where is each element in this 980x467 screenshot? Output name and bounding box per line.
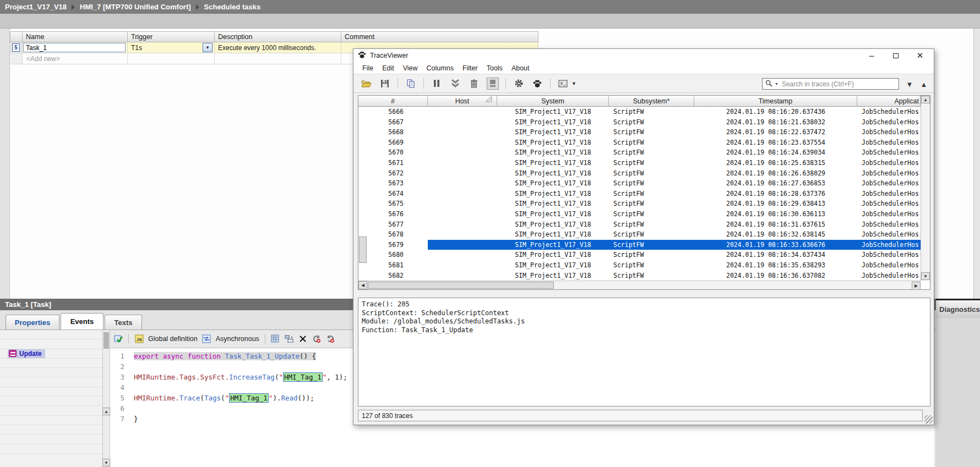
- trace-row[interactable]: 5666SIM_Project1_V17_V18ScriptFW2024.01.…: [358, 107, 921, 117]
- diagnostics-header[interactable]: Diagnostics: [936, 300, 980, 318]
- scroll-right-button[interactable]: ▶: [912, 282, 921, 290]
- autoscroll-toggle-button[interactable]: [487, 78, 499, 90]
- event-list-row[interactable]: [0, 339, 102, 349]
- asynchronous-button[interactable]: Asynchronous: [216, 335, 259, 343]
- trace-row[interactable]: 5681SIM_Project1_V17_V18ScriptFW2024.01.…: [358, 260, 921, 271]
- event-list-row[interactable]: [0, 330, 102, 339]
- task-description-cell[interactable]: Execute every 1000 milliseconds.: [215, 42, 341, 53]
- menu-tools[interactable]: Tools: [482, 63, 507, 73]
- trace-vertical-scrollbar[interactable]: ▲ ▼: [921, 96, 930, 281]
- event-list-row[interactable]: [0, 368, 102, 377]
- breadcrumb-item[interactable]: Scheduled tasks: [204, 3, 261, 11]
- trace-row[interactable]: 5677SIM_Project1_V17_V18ScriptFW2024.01.…: [358, 219, 921, 230]
- resize-grip[interactable]: [924, 415, 933, 424]
- tasks-editor-scrollbar[interactable]: [973, 29, 980, 299]
- trace-row[interactable]: 5679SIM_Project1_V17_V18ScriptFW2024.01.…: [358, 240, 921, 250]
- event-list-row[interactable]: [0, 387, 102, 397]
- trace-detail-pane[interactable]: Trace(): 205ScriptContext: SchedulerScri…: [358, 298, 930, 406]
- event-list-row[interactable]: [0, 416, 102, 425]
- screenshot-dropdown[interactable]: ▼: [571, 81, 576, 86]
- trace-row[interactable]: 5682SIM_Project1_V17_V18ScriptFW2024.01.…: [358, 271, 921, 281]
- trace-row[interactable]: 5672SIM_Project1_V17_V18ScriptFW2024.01.…: [358, 168, 921, 179]
- event-list-row[interactable]: [0, 397, 102, 406]
- breadcrumb-item[interactable]: HMI_7 [MTP700 Unified Comfort]: [80, 3, 191, 11]
- event-item-update[interactable]: Update: [8, 349, 45, 358]
- trace-row[interactable]: 5680SIM_Project1_V17_V18ScriptFW2024.01.…: [358, 250, 921, 260]
- add-new-row[interactable]: <Add new>: [23, 53, 128, 64]
- vertical-scrollbar-thumb[interactable]: [359, 237, 367, 263]
- menu-edit[interactable]: Edit: [378, 63, 399, 73]
- scroll-down-button[interactable]: ▼: [921, 272, 930, 280]
- column-header-application[interactable]: Applicat: [857, 96, 921, 107]
- event-list-row[interactable]: [0, 359, 102, 368]
- scroll-up-button[interactable]: ▲: [921, 96, 930, 103]
- scroll-down-button[interactable]: ▼: [102, 459, 110, 466]
- scroll-left-button[interactable]: ◀: [358, 281, 367, 289]
- global-definition-button[interactable]: Global definition: [148, 335, 198, 343]
- redo-error-button[interactable]: [326, 334, 335, 343]
- trace-row[interactable]: 5667SIM_Project1_V17_V18ScriptFW2024.01.…: [358, 117, 921, 128]
- event-list-row[interactable]: [0, 425, 102, 435]
- paw-tool-button[interactable]: [531, 78, 543, 90]
- open-button[interactable]: [360, 78, 372, 90]
- menu-view[interactable]: View: [399, 63, 422, 73]
- tasks-header-name[interactable]: Name: [23, 31, 128, 42]
- scroll-to-end-button[interactable]: [449, 78, 461, 90]
- copy-button[interactable]: [405, 78, 417, 90]
- trigger-dropdown-button[interactable]: ▼: [203, 43, 213, 52]
- trace-row[interactable]: 5673SIM_Project1_V17_V18ScriptFW2024.01.…: [358, 178, 921, 189]
- settings-gear-button[interactable]: [513, 78, 525, 90]
- trace-row[interactable]: 5675SIM_Project1_V17_V18ScriptFW2024.01.…: [358, 199, 921, 209]
- column-header-system[interactable]: System: [497, 96, 609, 107]
- horizontal-scrollbar-thumb[interactable]: [368, 282, 554, 289]
- menu-columns[interactable]: Columns: [422, 63, 458, 73]
- save-button[interactable]: [379, 78, 391, 90]
- screenshot-button[interactable]: [557, 78, 569, 90]
- trace-row[interactable]: 5668SIM_Project1_V17_V18ScriptFW2024.01.…: [358, 127, 921, 138]
- task-trigger-cell[interactable]: T1s: [128, 42, 215, 53]
- tab-texts[interactable]: Texts: [105, 315, 142, 329]
- column-header-num[interactable]: #: [358, 96, 428, 107]
- event-list-scrollbar[interactable]: [102, 330, 110, 467]
- breadcrumb-item[interactable]: Project1_V17_V18: [5, 3, 67, 11]
- menu-file[interactable]: File: [358, 63, 378, 73]
- event-list-scrollbar-thumb[interactable]: [104, 332, 109, 349]
- trace-horizontal-scrollbar[interactable]: ◀ ▶: [358, 281, 921, 289]
- menu-about[interactable]: About: [507, 63, 534, 73]
- close-button[interactable]: ✕: [908, 50, 932, 62]
- tasks-header-comment[interactable]: Comment: [341, 31, 538, 42]
- maximize-button[interactable]: [884, 50, 908, 62]
- delete-traces-button[interactable]: [468, 78, 480, 90]
- column-header-timestamp[interactable]: Timestamp: [694, 96, 857, 107]
- minimize-button[interactable]: ─: [859, 50, 884, 62]
- validate-script-button[interactable]: [113, 334, 123, 343]
- insert-structure-button[interactable]: i: [285, 334, 294, 343]
- search-input[interactable]: [781, 80, 896, 89]
- find-previous-button[interactable]: ▲: [918, 79, 930, 90]
- snippets-button[interactable]: [271, 334, 280, 343]
- trace-row[interactable]: 5676SIM_Project1_V17_V18ScriptFW2024.01.…: [358, 209, 921, 219]
- scroll-up-button[interactable]: ▲: [102, 408, 110, 415]
- delete-code-button[interactable]: [298, 334, 308, 343]
- task-name-input[interactable]: [23, 43, 126, 52]
- event-list-row[interactable]: Update: [0, 349, 102, 359]
- search-box[interactable]: ▼: [762, 78, 899, 90]
- event-list-row[interactable]: [0, 406, 102, 415]
- event-list-row[interactable]: [0, 377, 102, 387]
- event-list-row[interactable]: [0, 444, 102, 454]
- column-header-subsystem[interactable]: Subsystem*: [609, 96, 694, 107]
- trace-row[interactable]: 5669SIM_Project1_V17_V18ScriptFW2024.01.…: [358, 138, 921, 148]
- undo-error-button[interactable]: [312, 334, 322, 343]
- trace-row[interactable]: 5671SIM_Project1_V17_V18ScriptFW2024.01.…: [358, 158, 921, 168]
- tab-events[interactable]: Events: [61, 313, 104, 329]
- event-list-row[interactable]: [0, 435, 102, 444]
- tab-properties[interactable]: Properties: [6, 315, 59, 329]
- trace-row[interactable]: 5674SIM_Project1_V17_V18ScriptFW2024.01.…: [358, 189, 921, 199]
- pause-button[interactable]: [431, 78, 443, 90]
- trace-row[interactable]: 5670SIM_Project1_V17_V18ScriptFW2024.01.…: [358, 147, 921, 158]
- traceviewer-titlebar[interactable]: TraceViewer ─ ✕: [353, 49, 934, 62]
- tasks-header-description[interactable]: Description: [215, 31, 341, 42]
- menu-filter[interactable]: Filter: [458, 63, 482, 73]
- tasks-header-trigger[interactable]: Trigger: [128, 31, 215, 42]
- column-header-host[interactable]: Host: [428, 96, 497, 107]
